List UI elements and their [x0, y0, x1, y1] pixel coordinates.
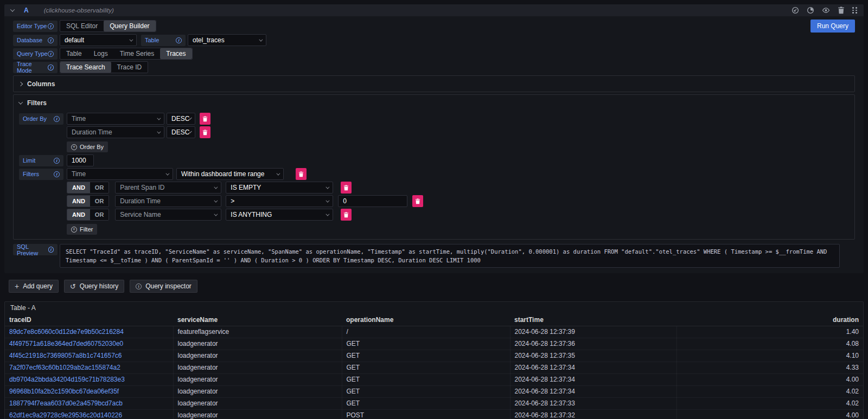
info-icon[interactable]: i — [48, 23, 54, 29]
trace-id-link[interactable]: 62df1ec9a29728c9e29536c20d140226 — [5, 409, 173, 419]
start-time-cell: 2024-06-28 12:37:32 — [510, 409, 676, 419]
collapse-query-icon[interactable] — [10, 7, 15, 11]
editor-type-label-text: Editor Type — [17, 23, 47, 29]
plus-circle-icon: + — [71, 227, 77, 233]
and-option[interactable]: AND — [67, 182, 90, 193]
and-option[interactable]: AND — [67, 209, 90, 220]
query-history-label: Query history — [80, 282, 118, 290]
query-history-button[interactable]: ↺ Query history — [64, 280, 124, 293]
service-name-cell: loadgenerator — [173, 338, 342, 350]
or-option[interactable]: OR — [90, 182, 109, 193]
order-by-field-select[interactable]: Duration Time — [67, 126, 164, 138]
query-type-option-table[interactable]: Table — [60, 48, 88, 59]
info-icon[interactable]: i — [48, 37, 54, 43]
trace-id-link[interactable]: 96968b10fa2b2c1590bc67dea06ef35f — [5, 385, 173, 397]
filter-field-value: Duration Time — [120, 197, 161, 205]
query-help-icon[interactable] — [792, 7, 799, 14]
info-icon[interactable]: i — [176, 37, 182, 43]
remove-filter-button[interactable] — [341, 209, 352, 221]
trace-id-link[interactable]: 7a2f07ecf63c60b1029ab2ac155874a2 — [5, 362, 173, 373]
order-by-direction-select[interactable]: DESC — [167, 113, 195, 125]
add-order-by-button[interactable]: + Order By — [67, 141, 108, 152]
order-by-label: Order By i — [19, 113, 63, 125]
filter-operator-select[interactable]: IS EMPTY — [226, 182, 333, 194]
filter-operator-select[interactable]: > — [226, 195, 333, 207]
duplicate-query-icon[interactable] — [807, 7, 814, 14]
column-header-duration[interactable]: duration — [676, 314, 863, 326]
info-icon[interactable]: i — [54, 158, 60, 164]
filter-operator-select[interactable]: Within dashboard time range — [176, 168, 284, 180]
editor-type-option-query-builder[interactable]: Query Builder — [104, 21, 155, 31]
operation-name-cell: POST — [342, 409, 510, 419]
remove-filter-button[interactable] — [412, 195, 423, 207]
filter-field-select[interactable]: Time — [67, 168, 173, 180]
editor-type-option-sql-editor[interactable]: SQL Editor — [60, 21, 104, 31]
remove-query-icon[interactable] — [838, 7, 845, 14]
remove-order-by-button[interactable] — [200, 113, 210, 125]
query-row-header[interactable]: A (clickhouse-observability) — [4, 4, 864, 16]
filter-field-select[interactable]: Parent Span ID — [115, 182, 221, 194]
info-icon[interactable]: i — [54, 116, 60, 122]
trace-id-link[interactable]: 4f497571a618e364ed7ded60752030e0 — [5, 338, 173, 350]
column-header-operationname[interactable]: operationName — [342, 314, 510, 326]
column-header-starttime[interactable]: startTime — [510, 314, 676, 326]
filters-section-header[interactable]: Filters — [19, 98, 849, 108]
trace-mode-radio-group: Trace Search Trace ID — [60, 61, 148, 73]
info-icon[interactable]: i — [48, 65, 54, 70]
or-option[interactable]: OR — [90, 196, 109, 207]
filter-field-select[interactable]: Duration Time — [115, 195, 221, 207]
add-query-button[interactable]: + Add query — [9, 280, 59, 293]
query-editor-body: Editor Type i SQL Editor Query Builder R… — [4, 16, 864, 273]
table-row: 96968b10fa2b2c1590bc67dea06ef35f loadgen… — [5, 385, 863, 397]
query-type-option-traces[interactable]: Traces — [160, 48, 192, 59]
remove-filter-button[interactable] — [341, 182, 352, 194]
service-name-cell: featureflagservice — [173, 326, 342, 338]
info-icon[interactable]: i — [54, 171, 60, 177]
order-by-direction-select[interactable]: DESC — [167, 126, 195, 138]
history-icon: ↺ — [70, 283, 76, 290]
column-header-traceid[interactable]: traceID — [5, 314, 173, 326]
filter-operator-select[interactable]: IS ANYTHING — [226, 209, 333, 221]
sql-preview-text[interactable]: SELECT "TraceId" as traceID, "ServiceNam… — [60, 244, 840, 268]
table-label-text: Table — [145, 37, 159, 43]
and-option[interactable]: AND — [67, 196, 90, 207]
table-row: 4f497571a618e364ed7ded60752030e0 loadgen… — [5, 338, 863, 350]
trace-mode-option-trace-search[interactable]: Trace Search — [60, 62, 111, 73]
trace-id-link[interactable]: 4f45c21918c73698057a8b1c741657c6 — [5, 350, 173, 362]
limit-input[interactable] — [67, 154, 94, 166]
query-type-option-logs[interactable]: Logs — [88, 48, 114, 59]
table-select[interactable]: otel_traces — [188, 34, 266, 46]
query-inspector-button[interactable]: i Query inspector — [130, 280, 197, 293]
chevron-down-icon — [276, 171, 280, 175]
hide-response-icon[interactable] — [822, 7, 830, 14]
add-filter-button[interactable]: + Filter — [67, 224, 97, 235]
chevron-down-icon — [129, 37, 133, 41]
columns-section: Columns — [13, 75, 855, 92]
column-header-servicename[interactable]: serviceName — [173, 314, 342, 326]
limit-label: Limit i — [19, 155, 63, 166]
trace-id-link[interactable]: db9704a2bbda34204d159c71b78283e3 — [5, 373, 173, 385]
trace-id-link[interactable]: 89dc7e8c6060c0d12de7e9b50c216284 — [5, 326, 173, 338]
filters-section-title: Filters — [27, 99, 47, 107]
filter-field-select[interactable]: Service Name — [115, 209, 221, 221]
query-footer-toolbar: + Add query ↺ Query history i Query insp… — [9, 280, 868, 293]
operation-name-cell: / — [342, 326, 510, 338]
table-row: 4f45c21918c73698057a8b1c741657c6 loadgen… — [5, 350, 863, 362]
filter-value-input[interactable] — [338, 195, 407, 207]
order-by-direction-value: DESC — [171, 115, 189, 123]
query-type-option-time-series[interactable]: Time Series — [114, 48, 161, 59]
or-option[interactable]: OR — [90, 209, 109, 220]
database-select[interactable]: default — [60, 34, 137, 46]
columns-section-header[interactable]: Columns — [19, 79, 849, 89]
run-query-button[interactable]: Run Query — [810, 20, 855, 33]
info-icon[interactable]: i — [48, 247, 54, 253]
remove-order-by-button[interactable] — [200, 126, 210, 138]
trace-mode-option-trace-id[interactable]: Trace ID — [111, 62, 148, 73]
trace-id-link[interactable]: 1887794f7eaa6037d0e2a4579bcd7acb — [5, 397, 173, 409]
sql-preview-label: SQL Preview i — [13, 244, 58, 255]
drag-handle-icon[interactable] — [852, 7, 857, 14]
panel-title: Table - A — [5, 302, 863, 314]
order-by-field-select[interactable]: Time — [67, 113, 164, 125]
info-icon[interactable]: i — [48, 51, 54, 57]
remove-filter-button[interactable] — [296, 168, 307, 180]
